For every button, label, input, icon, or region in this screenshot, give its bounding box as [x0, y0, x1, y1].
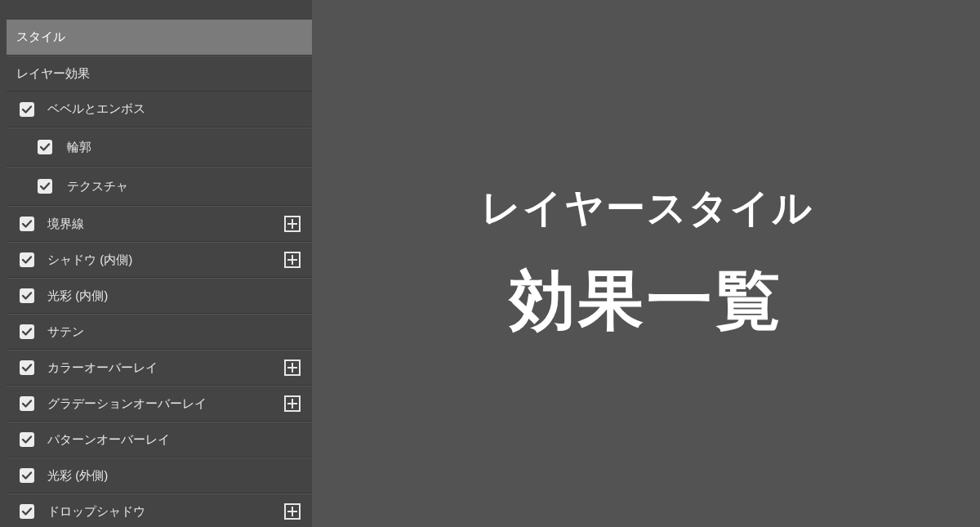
add-instance-icon[interactable]	[284, 503, 301, 520]
effect-label: ドロップシャドウ	[47, 504, 145, 520]
effect-checkbox[interactable]	[20, 324, 34, 339]
effect-row[interactable]: シャドウ (内側)	[7, 242, 312, 278]
title-line-1: レイヤースタイル	[481, 182, 813, 234]
effect-label: グラデーションオーバーレイ	[47, 396, 207, 412]
effect-row[interactable]: サテン	[7, 314, 312, 350]
styles-header-label: スタイル	[16, 29, 65, 45]
add-instance-icon[interactable]	[284, 216, 301, 232]
effect-checkbox[interactable]	[20, 288, 34, 303]
effect-checkbox[interactable]	[20, 217, 34, 231]
app-root: スタイル レイヤー効果 ベベルとエンボス輪郭テクスチャ境界線シャドウ (内側)光…	[0, 0, 980, 527]
styles-header-row[interactable]: スタイル	[7, 20, 312, 56]
effect-label: サテン	[47, 324, 84, 340]
effect-row[interactable]: ドロップシャドウ	[7, 494, 312, 527]
effect-checkbox[interactable]	[20, 504, 34, 519]
title-line-2: 効果一覧	[510, 257, 784, 346]
layer-effects-row[interactable]: レイヤー効果	[7, 56, 312, 92]
effect-checkbox[interactable]	[20, 396, 34, 411]
effect-row[interactable]: 光彩 (内側)	[7, 278, 312, 314]
title-area: レイヤースタイル 効果一覧	[314, 0, 980, 527]
effect-checkbox[interactable]	[20, 360, 34, 375]
layer-effects-label: レイヤー効果	[16, 66, 90, 82]
effect-checkbox[interactable]	[20, 102, 34, 117]
effect-checkbox[interactable]	[38, 140, 52, 154]
effect-label: パターンオーバーレイ	[47, 432, 170, 448]
effect-row[interactable]: 輪郭	[7, 127, 312, 167]
effect-label: ベベルとエンボス	[47, 101, 145, 117]
add-instance-icon[interactable]	[284, 395, 301, 412]
add-instance-icon[interactable]	[284, 252, 301, 268]
effect-label: テクスチャ	[67, 179, 128, 194]
add-instance-icon[interactable]	[284, 360, 301, 376]
effect-label: シャドウ (内側)	[47, 252, 132, 268]
effect-label: 光彩 (内側)	[47, 288, 108, 304]
effect-label: 輪郭	[67, 140, 91, 155]
effect-label: カラーオーバーレイ	[47, 360, 158, 376]
effect-checkbox[interactable]	[20, 252, 34, 267]
effect-row[interactable]: グラデーションオーバーレイ	[7, 386, 312, 422]
effect-checkbox[interactable]	[20, 432, 34, 447]
effect-row[interactable]: 光彩 (外側)	[7, 458, 312, 494]
effects-list: ベベルとエンボス輪郭テクスチャ境界線シャドウ (内側)光彩 (内側)サテンカラー…	[7, 92, 312, 527]
layer-style-panel: スタイル レイヤー効果 ベベルとエンボス輪郭テクスチャ境界線シャドウ (内側)光…	[0, 0, 314, 527]
effect-row[interactable]: テクスチャ	[7, 167, 312, 206]
effect-row[interactable]: カラーオーバーレイ	[7, 350, 312, 386]
effect-label: 境界線	[47, 217, 84, 232]
effect-row[interactable]: ベベルとエンボス	[7, 92, 312, 127]
effect-row[interactable]: パターンオーバーレイ	[7, 422, 312, 458]
effect-label: 光彩 (外側)	[47, 468, 108, 484]
effect-row[interactable]: 境界線	[7, 206, 312, 242]
effect-checkbox[interactable]	[38, 179, 52, 194]
effect-checkbox[interactable]	[20, 468, 34, 483]
